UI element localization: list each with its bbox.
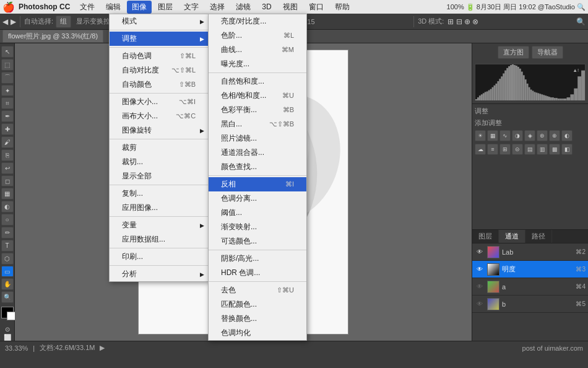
menu-item-data-sets[interactable]: 应用数据组... <box>110 232 208 247</box>
threshold-adj-icon[interactable]: ▥ <box>537 144 548 155</box>
adj-hdrtoning[interactable]: HDR 色调... <box>209 266 306 280</box>
tab-layers[interactable]: 图层 <box>472 230 499 243</box>
menu-item-trap[interactable]: 印刷... <box>110 250 208 264</box>
menu-item-3d[interactable]: 3D <box>257 1 276 12</box>
right-search-icon[interactable]: 🔍 <box>576 17 586 26</box>
adjustments-submenu[interactable]: 亮度/对比度... 色阶...⌘L 曲线...⌘M 曝光度... 自然饱和度..… <box>208 14 307 341</box>
dodge-tool[interactable]: ○ <box>1 214 14 226</box>
history-tool[interactable]: ↩ <box>1 162 14 174</box>
levels-adj-icon[interactable]: ▦ <box>487 130 498 141</box>
eraser-tool[interactable]: ◻ <box>1 175 14 187</box>
eyedropper-tool[interactable]: ✒ <box>1 110 14 122</box>
image-dropdown-menu[interactable]: 模式 调整 自动色调⇧⌘L 自动对比度⌥⇧⌘L 自动颜色⇧⌘B 图像大小...⌥… <box>109 14 209 282</box>
foreground-color[interactable] <box>1 307 14 318</box>
menu-item-auto-tone[interactable]: 自动色调⇧⌘L <box>110 49 208 63</box>
menu-item-view[interactable]: 视图 <box>278 1 303 14</box>
adj-exposure[interactable]: 曝光度... <box>209 57 306 71</box>
channel-row-a[interactable]: 👁 a ⌘4 <box>472 278 588 296</box>
eye-icon-lab[interactable]: 👁 <box>475 247 485 257</box>
menu-item-text[interactable]: 文字 <box>179 1 204 14</box>
adj-hsl[interactable]: 色相/饱和度...⌘U <box>209 89 306 103</box>
menu-item-auto-contrast[interactable]: 自动对比度⌥⇧⌘L <box>110 63 208 77</box>
menu-item-mode[interactable]: 模式 <box>110 14 208 28</box>
menu-item-auto-color[interactable]: 自动颜色⇧⌘B <box>110 77 208 92</box>
select-tool[interactable]: ⬚ <box>1 59 14 71</box>
menu-item-file[interactable]: 文件 <box>75 1 100 14</box>
menu-item-analysis[interactable]: 分析 <box>110 267 208 281</box>
menu-item-help[interactable]: 帮助 <box>330 1 355 14</box>
menu-item-apply-image[interactable]: 应用图像... <box>110 201 208 215</box>
healing-tool[interactable]: ✚ <box>1 123 14 135</box>
brightness-adj-icon[interactable]: ☀ <box>475 130 486 141</box>
path-tool[interactable]: ⬡ <box>1 253 14 265</box>
invert-adj-icon[interactable]: ⊝ <box>512 144 523 155</box>
status-arrow[interactable]: ▶ <box>100 344 105 352</box>
tab-channels[interactable]: 通道 <box>499 230 525 243</box>
menu-item-adjust[interactable]: 调整 <box>110 32 208 46</box>
menu-item-filter[interactable]: 滤镜 <box>231 1 256 14</box>
channel-row-lab[interactable]: 👁 Lab ⌘2 <box>472 243 588 261</box>
gradientmap-adj-icon[interactable]: ▩ <box>549 144 560 155</box>
blur-tool[interactable]: ◐ <box>1 201 14 212</box>
adj-desaturate[interactable]: 去色⇧⌘U <box>209 283 306 297</box>
curves-adj-icon[interactable]: ∿ <box>499 130 511 141</box>
brush-tool[interactable]: 🖌 <box>1 136 14 148</box>
eye-icon-a[interactable]: 👁 <box>475 282 485 292</box>
text-tool[interactable]: T <box>1 240 14 252</box>
menu-item-rotate[interactable]: 图像旋转 <box>110 123 208 138</box>
vibrance-adj-icon[interactable]: ◈ <box>524 130 535 141</box>
apple-menu[interactable]: 🍎 <box>2 1 15 13</box>
pen-tool[interactable]: ✏ <box>1 227 14 239</box>
menu-item-trim[interactable]: 裁切... <box>110 155 208 169</box>
adj-gradientmap[interactable]: 渐变映射... <box>209 220 306 234</box>
clone-tool[interactable]: ⎘ <box>1 149 14 161</box>
adj-matchcolor[interactable]: 匹配颜色... <box>209 297 306 312</box>
channel-row-lightness[interactable]: 👁 明度 ⌘3 <box>472 261 588 278</box>
menu-item-variables[interactable]: 变量 <box>110 218 208 232</box>
adj-blackwhite[interactable]: 黑白...⌥⇧⌘B <box>209 117 306 131</box>
blackwhite-adj-icon[interactable]: ◐ <box>561 130 573 141</box>
eye-icon-lightness[interactable]: 👁 <box>475 265 485 274</box>
adj-replacecolor[interactable]: 替换颜色... <box>209 312 306 326</box>
colorbalance-adj-icon[interactable]: ⊕ <box>549 130 560 141</box>
tab-paths[interactable]: 路径 <box>525 230 552 243</box>
adj-equalize[interactable]: 色调均化 <box>209 326 306 340</box>
crop-tool[interactable]: ⌗ <box>1 97 14 109</box>
move-tool[interactable]: ↖ <box>1 46 14 58</box>
lasso-tool[interactable]: ⌒ <box>1 72 14 84</box>
exposure-adj-icon[interactable]: ◑ <box>512 130 523 141</box>
menu-item-reveal-all[interactable]: 显示全部 <box>110 169 208 183</box>
adj-colorlookup[interactable]: 颜色查找... <box>209 160 306 174</box>
quick-mask[interactable]: ⊙ <box>5 326 10 333</box>
file-tab[interactable]: flower照片.jpg @ 33.3%(红/8) <box>2 30 103 43</box>
menu-item-select[interactable]: 选择 <box>205 1 230 14</box>
menu-item-edit[interactable]: 编辑 <box>101 1 126 14</box>
hsl-adj-icon[interactable]: ⊛ <box>537 130 548 141</box>
colorlookup-adj-icon[interactable]: ⊞ <box>499 144 511 155</box>
adj-levels[interactable]: 色阶...⌘L <box>209 28 306 43</box>
adj-colorbalance[interactable]: 色彩平衡...⌘B <box>209 103 306 117</box>
navigator-tab[interactable]: 导航器 <box>532 46 563 59</box>
selectivecolor-adj-icon[interactable]: ◧ <box>561 144 573 155</box>
adj-selectivecolor[interactable]: 可选颜色... <box>209 234 306 248</box>
menu-item-crop[interactable]: 裁剪 <box>110 141 208 155</box>
adj-invert[interactable]: 反相⌘I <box>209 177 306 191</box>
gradient-tool[interactable]: ▦ <box>1 188 14 199</box>
channelmixer-adj-icon[interactable]: ≡ <box>487 144 498 155</box>
adj-threshold[interactable]: 阈值... <box>209 206 306 220</box>
adj-channelmixer[interactable]: 通道混合器... <box>209 146 306 160</box>
photofilter-adj-icon[interactable]: ☁ <box>475 144 486 155</box>
adj-posterize[interactable]: 色调分离... <box>209 191 306 206</box>
adj-shadowhighlight[interactable]: 阴影/高光... <box>209 252 306 266</box>
channel-row-b[interactable]: 👁 b ⌘5 <box>472 296 588 313</box>
menu-item-layer[interactable]: 图层 <box>153 1 178 14</box>
adj-brightness[interactable]: 亮度/对比度... <box>209 14 306 28</box>
adj-vibrance[interactable]: 自然饱和度... <box>209 74 306 89</box>
menu-item-image[interactable]: 图像 <box>127 1 152 14</box>
hand-tool[interactable]: ✋ <box>1 278 14 290</box>
posterize-adj-icon[interactable]: ▤ <box>524 144 535 155</box>
menu-item-window[interactable]: 窗口 <box>304 1 329 14</box>
magic-wand-tool[interactable]: ✦ <box>1 85 14 97</box>
menu-item-duplicate[interactable]: 复制... <box>110 186 208 201</box>
screen-mode[interactable]: ⬜ <box>4 334 11 341</box>
